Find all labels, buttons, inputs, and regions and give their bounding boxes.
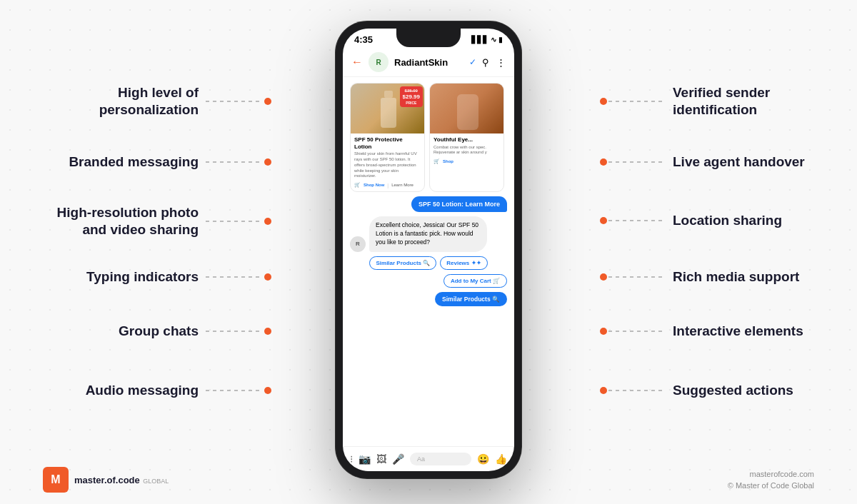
footer-copy-text: © Master of Code Global (728, 480, 814, 492)
image-icon[interactable]: 🖼 (376, 453, 386, 465)
label-branded: Branded messaging (69, 153, 271, 171)
sent-message-row: SPF 50 Lotion: Learn More (350, 196, 507, 212)
quick-reply-similar[interactable]: Similar Products 🔍 (369, 256, 436, 270)
product-card-1[interactable]: $35.00 $29.99 PRICE SPF 50 Protective Lo… (350, 83, 425, 192)
learn-more-button[interactable]: Learn More (391, 183, 414, 187)
battery-icon: ▮ (498, 36, 503, 44)
product-desc-2: Combat crow with our spec. Rejuvenate ar… (433, 145, 500, 156)
apps-icon[interactable]: ⁝ (350, 453, 353, 465)
dot-location (600, 217, 607, 224)
product-info-2: Youthful Eye... Combat crow with our spe… (430, 133, 503, 168)
bubble-sent-spf: SPF 50 Lotion: Learn More (411, 196, 507, 212)
camera-icon[interactable]: 📷 (359, 453, 371, 465)
product-image-1: $35.00 $29.99 PRICE (351, 84, 425, 133)
label-rich-media: Rich media support (600, 268, 799, 286)
dot-live-agent (600, 158, 607, 166)
received-message-row: R Excellent choice, Jessica! Our SPF 50 … (350, 216, 507, 252)
like-icon[interactable]: 👍 (495, 453, 507, 465)
footer-copyright: masterofcode.com © Master of Code Global (728, 468, 814, 492)
label-typing: Typing indicators (86, 268, 271, 286)
search-icon[interactable]: ⚲ (482, 57, 489, 68)
logo-name: master.of.code (74, 475, 140, 485)
status-bar: 4:35 ▋▋▋ ∿ ▮ (343, 29, 514, 48)
brand-avatar: R (369, 52, 389, 72)
wifi-icon: ∿ (491, 36, 496, 44)
agent-avatar: R (350, 236, 366, 252)
verified-badge: ✓ (469, 57, 476, 67)
bubble-received-reply: Excellent choice, Jessica! Our SPF 50 Lo… (369, 216, 487, 252)
back-button[interactable]: ← (351, 56, 363, 69)
label-suggested: Suggested actions (600, 382, 793, 399)
dot-verified (600, 98, 607, 105)
product-actions-2: 🛒 Shop (433, 158, 500, 164)
product-actions-1: 🛒 Shop Now | Learn More (354, 182, 421, 188)
product-name-1: SPF 50 Protective Lotion (354, 136, 421, 150)
right-labels-group: Verified senderidentification Live agent… (600, 0, 828, 504)
dot-photo (264, 218, 271, 225)
add-to-cart-button[interactable]: Add to My Cart 🛒 (443, 274, 507, 288)
status-time: 4:35 (354, 34, 373, 45)
label-verified: Verified senderidentification (600, 84, 770, 119)
attachment-icons: ⁝ 📷 🖼 🎤 (350, 453, 404, 465)
product-name-2: Youthful Eye... (433, 136, 500, 143)
product-card-2[interactable]: Youthful Eye... Combat crow with our spe… (429, 83, 504, 192)
header-action-icons: ⚲ ⋮ (482, 57, 506, 68)
phone-mockup: 4:35 ▋▋▋ ∿ ▮ ← R RadiantSkin ✓ ⚲ (336, 21, 521, 478)
logo-icon: M (43, 467, 69, 493)
more-options-icon[interactable]: ⋮ (496, 57, 506, 68)
chip-similar-products[interactable]: Similar Products 🔍 (435, 292, 507, 306)
add-to-cart-row: Add to My Cart 🛒 (350, 274, 507, 288)
logo-global: GLOBAL (143, 478, 169, 485)
footer-site: masterofcode.com (728, 468, 814, 480)
price-badge: $35.00 $29.99 PRICE (400, 86, 423, 107)
send-icons: 😀 👍 (477, 453, 507, 465)
dot-interactive (600, 328, 607, 335)
dot-suggested (600, 387, 607, 394)
emoji-icon[interactable]: 😀 (477, 453, 489, 465)
label-audio: Audio messaging (86, 382, 271, 399)
quick-replies-row[interactable]: Similar Products 🔍 Reviews ✦✦ (350, 256, 507, 270)
label-location: Location sharing (600, 212, 782, 229)
page-container: High level of personalization Branded me… (0, 0, 857, 504)
quick-reply-reviews[interactable]: Reviews ✦✦ (440, 256, 487, 270)
dot-typing (264, 273, 271, 281)
footer: M master.of.code GLOBAL masterofcode.com… (0, 467, 857, 493)
signal-icon: ▋▋▋ (471, 36, 488, 44)
similar-chip-row: Similar Products 🔍 (350, 292, 507, 306)
product-image-2 (430, 84, 504, 133)
label-personalization: High level of personalization (29, 84, 271, 119)
shop-button-2[interactable]: Shop (443, 159, 453, 163)
brand-logo: M master.of.code GLOBAL (43, 467, 169, 493)
label-interactive: Interactive elements (600, 323, 803, 340)
logo-text-group: master.of.code GLOBAL (74, 473, 169, 486)
shop-now-button[interactable]: Shop Now (364, 183, 384, 187)
message-input[interactable]: Aa (410, 453, 471, 465)
dot-personalization (264, 98, 271, 105)
status-icons: ▋▋▋ ∿ ▮ (471, 36, 503, 44)
product-carousel: $35.00 $29.99 PRICE SPF 50 Protective Lo… (350, 83, 507, 192)
label-photo: High-resolution photoand video sharing (57, 204, 271, 238)
dot-branded (264, 158, 271, 166)
chat-header[interactable]: ← R RadiantSkin ✓ ⚲ ⋮ (343, 48, 514, 77)
product-info-1: SPF 50 Protective Lotion Shield your ski… (351, 133, 424, 191)
label-group: Group chats (119, 323, 271, 340)
brand-name: RadiantSkin (394, 57, 463, 68)
dot-group (264, 328, 271, 335)
chat-messages: $35.00 $29.99 PRICE SPF 50 Protective Lo… (343, 77, 514, 446)
label-live-agent: Live agent handover (600, 153, 805, 171)
dot-audio (264, 387, 271, 394)
dot-rich-media (600, 273, 607, 281)
notch (396, 29, 461, 47)
product-desc-1: Shield your skin from harmful UV rays wi… (354, 151, 421, 179)
left-labels-group: High level of personalization Branded me… (29, 0, 271, 504)
mic-icon[interactable]: 🎤 (392, 453, 404, 465)
